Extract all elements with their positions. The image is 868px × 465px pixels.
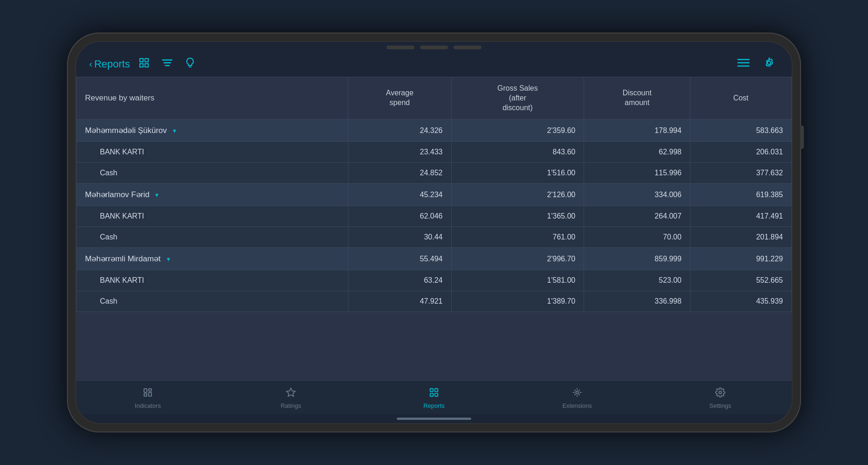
row-avg: 23.433 <box>348 142 451 163</box>
row-cost: 583.663 <box>690 120 791 142</box>
bulb-icon[interactable] <box>181 55 199 73</box>
back-chevron-icon: ‹ <box>89 59 92 69</box>
row-name: BANK KARTI <box>77 206 349 227</box>
nav-indicators[interactable]: Indicators <box>76 385 219 411</box>
header: ‹ Reports <box>76 51 792 77</box>
row-avg: 55.494 <box>348 248 451 270</box>
row-cost: 201.894 <box>690 227 791 248</box>
row-name: BANK KARTI <box>77 270 349 291</box>
table-row: BANK KARTI62.0461'365.00264.007417.491 <box>77 206 792 227</box>
top-pill-3 <box>454 46 481 49</box>
nav-settings[interactable]: Settings <box>649 385 792 411</box>
svg-point-22 <box>719 391 722 394</box>
phone-frame: ‹ Reports <box>67 33 801 432</box>
row-avg: 30.44 <box>348 227 451 248</box>
home-indicator-bar <box>76 414 792 423</box>
row-cost: 619.385 <box>690 184 791 206</box>
row-gross: 1'516.00 <box>451 163 584 184</box>
nav-reports[interactable]: Reports <box>362 385 506 411</box>
reports-icon <box>429 387 439 400</box>
home-indicator <box>397 418 471 420</box>
table-row: BANK KARTI23.433843.6062.998206.031 <box>77 142 792 163</box>
svg-rect-17 <box>430 389 433 392</box>
nav-indicators-label: Indicators <box>135 402 161 409</box>
col-header-avg: Average spend <box>348 77 451 120</box>
row-name: Məhərrəmli Mirdamət ▾ <box>77 248 349 270</box>
table-row: Cash24.8521'516.00115.996377.632 <box>77 163 792 184</box>
row-gross: 1'365.00 <box>451 206 584 227</box>
row-discount: 178.994 <box>584 120 690 142</box>
svg-rect-0 <box>140 59 143 62</box>
svg-rect-3 <box>145 64 148 67</box>
dropdown-arrow-icon: ▾ <box>173 127 176 134</box>
row-gross: 2'996.70 <box>451 248 584 270</box>
col-header-discount: Discount amount <box>584 77 690 120</box>
row-discount: 334.006 <box>584 184 690 206</box>
header-left: ‹ Reports <box>89 55 724 73</box>
nav-settings-icon <box>715 387 725 400</box>
svg-rect-19 <box>430 393 433 396</box>
dropdown-arrow-icon: ▾ <box>167 255 170 263</box>
indicators-icon <box>143 387 153 400</box>
svg-rect-18 <box>435 389 438 392</box>
row-avg: 24.852 <box>348 163 451 184</box>
row-discount: 336.998 <box>584 291 690 312</box>
row-gross: 2'359.60 <box>451 120 584 142</box>
row-gross: 1'581.00 <box>451 270 584 291</box>
dropdown-arrow-icon: ▾ <box>155 191 158 199</box>
row-cost: 206.031 <box>690 142 791 163</box>
row-name: Məhəmmədəli Şükürov ▾ <box>77 120 349 142</box>
grid-icon[interactable] <box>135 55 153 73</box>
settings-gear-icon[interactable] <box>759 55 779 73</box>
row-name: BANK KARTI <box>77 142 349 163</box>
svg-rect-13 <box>144 394 147 396</box>
svg-rect-14 <box>149 389 151 391</box>
row-avg: 45.234 <box>348 184 451 206</box>
row-discount: 62.998 <box>584 142 690 163</box>
side-button <box>800 126 804 149</box>
svg-rect-15 <box>149 392 151 396</box>
nav-reports-label: Reports <box>423 402 445 409</box>
ratings-icon <box>286 387 296 400</box>
table-row: Cash30.44761.0070.00201.894 <box>77 227 792 248</box>
extensions-icon <box>572 387 582 400</box>
row-discount: 264.007 <box>584 206 690 227</box>
row-gross: 843.60 <box>451 142 584 163</box>
back-button[interactable]: ‹ Reports <box>89 58 130 70</box>
nav-extensions-label: Extensions <box>562 402 592 409</box>
nav-extensions[interactable]: Extensions <box>506 385 649 411</box>
phone-screen: ‹ Reports <box>75 41 793 424</box>
row-gross: 761.00 <box>451 227 584 248</box>
row-gross: 1'389.70 <box>451 291 584 312</box>
row-cost: 435.939 <box>690 291 791 312</box>
svg-rect-2 <box>140 64 143 67</box>
row-avg: 24.326 <box>348 120 451 142</box>
row-name: Cash <box>77 227 349 248</box>
top-pill-1 <box>387 46 414 49</box>
table-row[interactable]: Məhərlamov Fərid ▾45.2342'126.00334.0066… <box>77 184 792 206</box>
row-name: Cash <box>77 291 349 312</box>
list-filter-icon[interactable] <box>158 56 177 72</box>
col-header-name: Revenue by waiters <box>77 77 349 120</box>
svg-marker-16 <box>287 388 295 396</box>
top-bar <box>76 42 792 51</box>
row-cost: 417.491 <box>690 206 791 227</box>
menu-rows-icon[interactable] <box>733 56 754 72</box>
table-row[interactable]: Məhəmmədəli Şükürov ▾24.3262'359.60178.9… <box>77 120 792 142</box>
row-avg: 62.046 <box>348 206 451 227</box>
header-title: Reports <box>94 58 130 70</box>
nav-ratings[interactable]: Ratings <box>219 385 362 411</box>
table-row[interactable]: Məhərrəmli Mirdamət ▾55.4942'996.70859.9… <box>77 248 792 270</box>
nav-settings-label: Settings <box>710 402 731 409</box>
bottom-nav: Indicators Ratings Reports <box>76 380 792 414</box>
svg-point-21 <box>576 391 579 394</box>
row-discount: 115.996 <box>584 163 690 184</box>
row-discount: 523.00 <box>584 270 690 291</box>
svg-rect-1 <box>145 59 148 62</box>
table-header-row: Revenue by waiters Average spend Gross S… <box>77 77 792 120</box>
row-name: Məhərlamov Fərid ▾ <box>77 184 349 206</box>
svg-rect-20 <box>435 393 438 396</box>
table-row: Cash47.9211'389.70336.998435.939 <box>77 291 792 312</box>
revenue-table: Revenue by waiters Average spend Gross S… <box>76 77 792 380</box>
col-header-gross: Gross Sales (after discount) <box>451 77 584 120</box>
